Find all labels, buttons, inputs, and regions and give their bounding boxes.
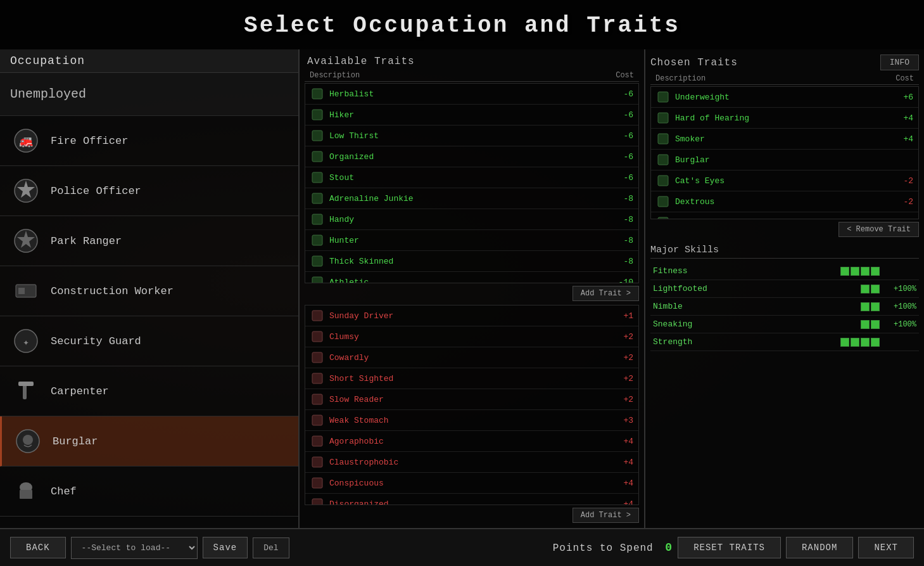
svg-text:✦: ✦: [23, 337, 29, 349]
burglar-label: Burglar: [53, 435, 98, 447]
chosen-trait-cost-hard-of-hearing: +4: [890, 113, 913, 123]
occupation-item-construction-worker[interactable]: Construction Worker: [0, 266, 298, 316]
svg-rect-33: [312, 373, 322, 383]
skill-pip-1: [851, 267, 859, 276]
neg-trait-sunday-driver[interactable]: Sunday Driver+1: [305, 306, 638, 326]
chosen-trait-icon-smoker: [656, 132, 670, 146]
chosen-traits-list: Underweight+6Hard of Hearing+4Smoker+4Bu…: [650, 86, 919, 219]
avail-cost-label: Cost: [616, 71, 634, 80]
trait-low-thirst[interactable]: Low Thirst-6: [305, 125, 638, 146]
skill-pip-0: [861, 302, 870, 311]
trait-handy[interactable]: Handy-8: [305, 209, 638, 230]
neg-trait-cowardly[interactable]: Cowardly+2: [305, 347, 638, 368]
chosen-trait-cat's-eyes[interactable]: Cat's Eyes-2: [651, 170, 918, 191]
skill-row-strength: Strength: [650, 333, 919, 351]
trait-cost-hunter: -8: [611, 236, 633, 245]
reset-traits-button[interactable]: RESET TRAITS: [678, 537, 781, 558]
add-negative-trait-button[interactable]: Add Trait >: [573, 508, 639, 523]
occupation-item-police-officer[interactable]: Police Officer: [0, 166, 298, 216]
svg-rect-20: [312, 110, 322, 120]
svg-rect-44: [658, 155, 668, 165]
chosen-trait-smoker[interactable]: Smoker+4: [651, 129, 918, 150]
trait-name-low-thirst: Low Thirst: [329, 131, 611, 141]
neg-trait-conspicuous[interactable]: Conspicuous+4: [305, 473, 638, 494]
add-positive-trait-button[interactable]: Add Trait >: [573, 286, 639, 301]
occupation-item-chef[interactable]: Chef: [0, 466, 298, 517]
chosen-trait-lucky[interactable]: Lucky-4: [651, 212, 918, 219]
chosen-trait-cost-smoker: +4: [890, 134, 913, 144]
chosen-trait-cost-underweight: +6: [890, 93, 913, 102]
traits-panel: Available Traits Description Cost Herbal…: [300, 49, 645, 528]
chosen-trait-burglar[interactable]: Burglar: [651, 150, 918, 170]
svg-rect-45: [658, 176, 668, 186]
trait-stout[interactable]: Stout-6: [305, 167, 638, 188]
neg-trait-disorganized[interactable]: Disorganized+4: [305, 494, 638, 505]
back-button[interactable]: BACK: [10, 537, 66, 558]
trait-icon-handy: [310, 212, 324, 226]
trait-herbalist[interactable]: Herbalist-6: [305, 84, 638, 105]
trait-organized[interactable]: Organized-6: [305, 146, 638, 167]
skill-name-nimble: Nimble: [653, 302, 861, 311]
chosen-trait-underweight[interactable]: Underweight+6: [651, 87, 918, 108]
construction-worker-icon: [10, 275, 42, 307]
skill-pip-1: [871, 285, 880, 293]
trait-hiker[interactable]: Hiker-6: [305, 105, 638, 125]
neg-trait-slow-reader[interactable]: Slow Reader+2: [305, 389, 638, 410]
chosen-trait-dextrous[interactable]: Dextrous-2: [651, 191, 918, 212]
svg-rect-25: [312, 214, 322, 224]
chosen-trait-name-burglar: Burglar: [675, 155, 890, 165]
svg-rect-26: [312, 235, 322, 245]
occupation-item-unemployed[interactable]: Unemployed: [0, 73, 298, 116]
load-select[interactable]: --Select to load--: [71, 537, 198, 559]
neg-trait-agoraphobic[interactable]: Agoraphobic+4: [305, 431, 638, 452]
trait-name-hiker: Hiker: [329, 110, 611, 120]
occupation-item-burglar[interactable]: Burglar: [0, 416, 298, 466]
occupation-item-repairman[interactable]: Repairman: [0, 517, 298, 528]
chosen-trait-icon-cat's-eyes: [656, 174, 670, 188]
chosen-trait-icon-dextrous: [656, 195, 670, 209]
svg-text:🚒: 🚒: [19, 134, 34, 148]
trait-cost-thick-skinned: -8: [611, 257, 633, 266]
chef-icon: [10, 475, 42, 507]
security-guard-label: Security Guard: [51, 335, 141, 347]
trait-thick-skinned[interactable]: Thick Skinned-8: [305, 251, 638, 272]
chosen-trait-name-cat's-eyes: Cat's Eyes: [675, 176, 890, 186]
svg-rect-27: [312, 256, 322, 266]
trait-icon-hunter: [310, 233, 324, 247]
occupation-item-security-guard[interactable]: ✦Security Guard: [0, 316, 298, 366]
trait-cost-handy: -8: [611, 215, 633, 224]
fire-officer-icon: 🚒: [10, 125, 42, 157]
skill-bonus-nimble: +100%: [885, 302, 916, 311]
trait-name-adrenaline-junkie: Adrenaline Junkie: [329, 194, 611, 203]
neg-trait-icon-agoraphobic: [310, 434, 324, 448]
neg-trait-claustrophobic[interactable]: Claustrophobic+4: [305, 452, 638, 473]
skill-pip-1: [851, 338, 859, 347]
neg-trait-weak-stomach[interactable]: Weak Stomach+3: [305, 410, 638, 431]
security-guard-icon: ✦: [10, 325, 42, 357]
del-button[interactable]: Del: [253, 537, 289, 558]
trait-athletic[interactable]: Athletic-10: [305, 272, 638, 283]
remove-trait-button[interactable]: < Remove Trait: [839, 222, 919, 237]
svg-rect-15: [20, 490, 32, 499]
svg-rect-46: [658, 196, 668, 207]
next-button[interactable]: NEXT: [858, 537, 914, 558]
info-button[interactable]: INFO: [880, 55, 919, 70]
occupation-item-fire-officer[interactable]: 🚒Fire Officer: [0, 116, 298, 166]
chosen-trait-name-smoker: Smoker: [675, 134, 890, 144]
chosen-trait-name-dextrous: Dextrous: [675, 197, 890, 207]
neg-trait-short-sighted[interactable]: Short Sighted+2: [305, 368, 638, 389]
avail-desc-label: Description: [310, 71, 360, 80]
neg-trait-clumsy[interactable]: Clumsy+2: [305, 326, 638, 347]
neg-trait-icon-conspicuous: [310, 476, 324, 490]
svg-rect-35: [312, 415, 322, 425]
trait-hunter[interactable]: Hunter-8: [305, 230, 638, 251]
occupation-item-park-ranger[interactable]: Park Ranger: [0, 216, 298, 266]
occupation-item-carpenter[interactable]: Carpenter: [0, 366, 298, 416]
chosen-trait-hard-of-hearing[interactable]: Hard of Hearing+4: [651, 108, 918, 129]
fire-officer-label: Fire Officer: [51, 135, 128, 147]
random-button[interactable]: RANDOM: [786, 537, 853, 558]
svg-point-13: [23, 435, 33, 445]
save-button[interactable]: Save: [203, 537, 248, 558]
trait-adrenaline-junkie[interactable]: Adrenaline Junkie-8: [305, 188, 638, 209]
neg-trait-icon-disorganized: [310, 497, 324, 505]
